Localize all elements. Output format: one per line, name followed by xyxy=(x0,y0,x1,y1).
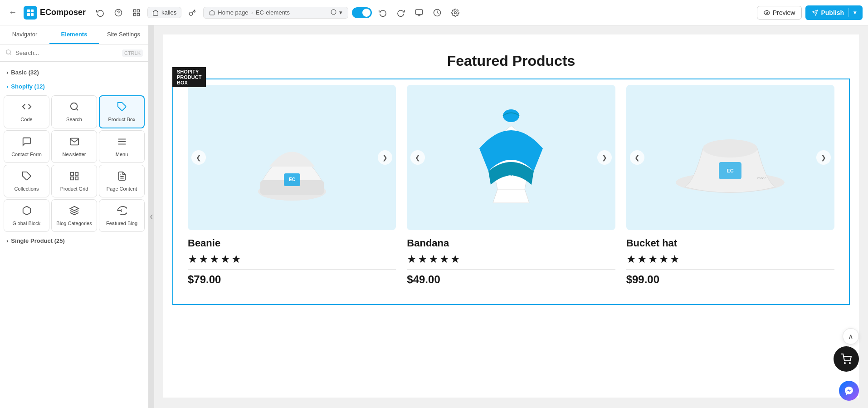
product-prev-beanie[interactable]: ❮ xyxy=(191,150,206,165)
product-card-beanie: ❮ EC ❯ xyxy=(182,79,401,295)
svg-rect-28 xyxy=(70,172,73,175)
svg-rect-6 xyxy=(133,10,136,12)
product-next-bandana[interactable]: ❯ xyxy=(597,150,612,165)
toggle-switch[interactable] xyxy=(352,7,372,18)
redo-button[interactable] xyxy=(394,5,408,20)
svg-point-16 xyxy=(766,12,768,14)
newsletter-icon xyxy=(69,137,79,149)
settings-button[interactable] xyxy=(448,5,463,20)
section-basic[interactable]: › Basic (32) xyxy=(0,65,148,79)
section-single-product[interactable]: › Single Product (25) xyxy=(0,234,148,248)
element-code[interactable]: Code xyxy=(4,95,49,128)
svg-text:made: made xyxy=(757,176,767,180)
chevron-right-icon2: › xyxy=(6,237,8,244)
app-logo: EComposer xyxy=(24,6,86,20)
svg-text:EC: EC xyxy=(289,177,295,182)
product-name-beanie: Beanie xyxy=(188,237,396,249)
element-blog-categories[interactable]: Blog Categories xyxy=(51,199,97,232)
product-name-bandana: Bandana xyxy=(407,237,615,249)
element-featured-blog[interactable]: Featured Blog xyxy=(99,199,145,232)
element-product-grid[interactable]: Product Grid xyxy=(51,165,97,197)
product-prev-bucket-hat[interactable]: ❮ xyxy=(630,150,644,165)
product-stars-bandana: ★★★★★ xyxy=(407,253,615,265)
page-content-icon xyxy=(117,171,127,183)
search-input[interactable] xyxy=(15,49,118,56)
schedule-button[interactable] xyxy=(430,5,444,20)
products-grid: ❮ EC ❯ xyxy=(173,79,849,304)
section-shopify[interactable]: › Shopify (12) xyxy=(0,79,148,93)
toggle-area[interactable] xyxy=(352,7,372,18)
search-icon xyxy=(5,49,12,57)
element-search[interactable]: Search xyxy=(51,95,97,128)
apps-button[interactable] xyxy=(129,5,144,20)
element-menu[interactable]: Menu xyxy=(99,130,145,163)
tab-elements[interactable]: Elements xyxy=(49,25,99,44)
theme-selector[interactable]: kalles xyxy=(147,7,181,18)
fab-cart-button[interactable] xyxy=(834,346,859,372)
product-grid-icon xyxy=(69,171,79,183)
product-stars-bucket-hat: ★★★★★ xyxy=(626,253,834,265)
element-collections[interactable]: Collections xyxy=(4,165,49,197)
svg-rect-30 xyxy=(70,177,73,179)
canvas: Featured Products SHOPIFY PRODUCT BOX ❮ xyxy=(154,25,868,408)
search-element-icon xyxy=(69,102,79,114)
publish-button[interactable]: Publish ▾ xyxy=(805,5,863,20)
svg-rect-7 xyxy=(137,10,140,12)
svg-text:EC: EC xyxy=(508,174,514,179)
product-next-beanie[interactable]: ❯ xyxy=(378,150,392,165)
collections-icon xyxy=(22,171,32,183)
product-price-bucket-hat: $99.00 xyxy=(626,273,834,286)
svg-line-20 xyxy=(10,54,11,55)
product-image-bandana: ❮ xyxy=(407,85,615,230)
svg-point-10 xyxy=(331,10,336,15)
product-divider-beanie xyxy=(188,269,396,270)
element-global-block[interactable]: Global Block xyxy=(4,199,49,232)
back-button[interactable]: ← xyxy=(5,5,20,20)
svg-rect-8 xyxy=(133,13,136,15)
main-layout: Navigator Elements Site Settings CTRLK ›… xyxy=(0,25,868,408)
elements-grid: Code Search Product Box xyxy=(0,93,148,234)
shopify-product-box-label: SHOPIFY PRODUCT BOX xyxy=(172,67,206,87)
element-contact-form[interactable]: Contact Form xyxy=(4,130,49,163)
scroll-to-top-button[interactable]: ∧ xyxy=(843,328,859,344)
publish-chevron-icon[interactable]: ▾ xyxy=(853,10,856,16)
breadcrumb[interactable]: Home page › EC-elements ▾ xyxy=(203,7,348,19)
desktop-view-button[interactable] xyxy=(412,5,426,20)
svg-rect-9 xyxy=(137,13,140,15)
product-prev-bandana[interactable]: ❮ xyxy=(410,150,425,165)
chevron-right-icon: › xyxy=(6,69,8,76)
sidebar-collapse-handle[interactable] xyxy=(149,25,154,408)
undo-button[interactable] xyxy=(375,5,390,20)
element-newsletter[interactable]: Newsletter xyxy=(51,130,97,163)
preview-button[interactable]: Preview xyxy=(757,6,802,20)
sidebar: Navigator Elements Site Settings CTRLK ›… xyxy=(0,25,149,408)
tab-site-settings[interactable]: Site Settings xyxy=(99,25,148,44)
tab-navigator[interactable]: Navigator xyxy=(0,25,49,44)
chevron-down-icon: › xyxy=(6,83,8,90)
element-product-box[interactable]: Product Box xyxy=(99,95,145,128)
svg-rect-11 xyxy=(416,10,423,15)
fab-messenger-button[interactable] xyxy=(839,381,859,401)
contact-form-icon xyxy=(22,137,32,149)
global-block-icon xyxy=(22,206,32,218)
svg-point-42 xyxy=(703,139,757,157)
svg-point-47 xyxy=(849,363,850,364)
sync-button[interactable] xyxy=(185,5,200,20)
featured-blog-icon xyxy=(117,206,127,218)
history-button[interactable] xyxy=(93,5,107,20)
product-box-wrapper: SHOPIFY PRODUCT BOX ❮ xyxy=(172,79,850,305)
svg-rect-1 xyxy=(31,9,34,12)
product-next-bucket-hat[interactable]: ❯ xyxy=(816,150,831,165)
help-button[interactable] xyxy=(111,5,126,20)
logo-icon xyxy=(24,6,37,20)
product-price-bandana: $49.00 xyxy=(407,273,615,286)
menu-icon xyxy=(117,137,127,149)
product-card-bandana: ❮ xyxy=(401,79,620,295)
svg-point-39 xyxy=(503,109,519,122)
element-page-content[interactable]: Page Content xyxy=(99,165,145,197)
product-name-bucket-hat: Bucket hat xyxy=(626,237,834,249)
product-image-bucket-hat: ❮ EC xyxy=(626,85,834,230)
product-box-icon xyxy=(117,102,127,114)
product-divider-bucket-hat xyxy=(626,269,834,270)
section-title: Featured Products xyxy=(163,34,859,79)
